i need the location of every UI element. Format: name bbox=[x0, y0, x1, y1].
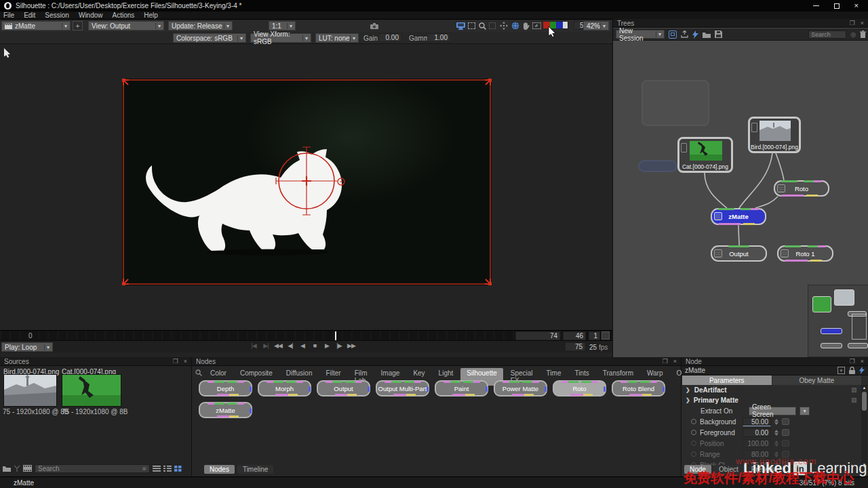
session-dropdown[interactable]: New Session ▾ bbox=[616, 30, 665, 39]
tree-node-roto1[interactable]: Roto 1 bbox=[777, 245, 833, 262]
maximize-button[interactable] bbox=[834, 3, 840, 9]
zoom-magnifier-icon[interactable] bbox=[477, 21, 488, 30]
rotate-sphere-icon[interactable] bbox=[510, 21, 520, 30]
thumbnail-view-icon[interactable] bbox=[174, 466, 182, 472]
open-folder-icon[interactable] bbox=[703, 31, 711, 38]
tree-node-cat[interactable]: Cat.[000-074].png bbox=[677, 137, 733, 173]
filmstrip-icon[interactable] bbox=[23, 465, 32, 472]
reset-icon[interactable] bbox=[691, 419, 696, 424]
hand-tool-icon[interactable] bbox=[521, 21, 531, 30]
minimize-button[interactable] bbox=[813, 5, 819, 6]
keyframe-button[interactable] bbox=[782, 440, 789, 447]
current-frame-field[interactable]: 75 bbox=[565, 342, 585, 351]
reset-icon[interactable] bbox=[691, 441, 696, 446]
reset-icon[interactable] bbox=[691, 451, 696, 457]
menu-window[interactable]: Window bbox=[79, 12, 103, 19]
float-panel-icon[interactable]: ❐ bbox=[663, 358, 668, 365]
spinner-up-icon[interactable] bbox=[774, 430, 778, 432]
list-view-icon[interactable] bbox=[153, 466, 161, 472]
workspace-tab-timeline[interactable]: Timeline bbox=[237, 465, 273, 474]
spinner-up-icon[interactable] bbox=[774, 451, 778, 454]
group-deartifact[interactable]: ❯ DeArtifact bbox=[682, 385, 861, 395]
value-spinner[interactable] bbox=[774, 441, 778, 447]
parameters-scrollbar[interactable]: ▲ ▼ bbox=[861, 385, 867, 468]
spinner-down-icon[interactable] bbox=[774, 433, 778, 436]
tab-obey-matte[interactable]: Obey Matte bbox=[772, 375, 862, 385]
graph-minimap[interactable] bbox=[808, 285, 868, 357]
spinner-up-icon[interactable] bbox=[774, 441, 778, 443]
node-button-power-matte[interactable]: Power Matte bbox=[494, 380, 547, 396]
tree-node-output[interactable]: Output bbox=[711, 245, 767, 262]
source-thumbnail-cat[interactable] bbox=[62, 374, 121, 407]
range-field-c[interactable]: 1 bbox=[589, 331, 600, 340]
trees-search-input[interactable]: Search bbox=[808, 30, 846, 39]
extract-on-dropdown[interactable]: Green Screen bbox=[749, 407, 796, 415]
param-value-field[interactable]: 100.00 bbox=[743, 439, 771, 448]
close-button[interactable]: × bbox=[854, 2, 859, 9]
end-frame-field[interactable]: 74 bbox=[515, 331, 560, 340]
node-button-morph[interactable]: Morph bbox=[258, 380, 311, 396]
add-node-button[interactable]: + bbox=[73, 21, 83, 30]
source-thumbnail-bird[interactable] bbox=[3, 374, 57, 407]
spinner-up-icon[interactable] bbox=[774, 419, 778, 422]
playhead[interactable] bbox=[335, 331, 336, 340]
scroll-up-icon[interactable]: ▲ bbox=[862, 386, 867, 390]
stop-button[interactable]: ■ bbox=[311, 342, 319, 349]
filter-icon[interactable]: ◎ bbox=[850, 31, 856, 38]
chevron-down-icon[interactable]: ▾ bbox=[800, 407, 810, 415]
minimap-view-rect[interactable] bbox=[852, 314, 867, 340]
fast-forward-button[interactable]: ▶▶ bbox=[347, 342, 355, 349]
tree-node-bird[interactable]: Bird.[000-074].png bbox=[748, 117, 801, 153]
search-icon[interactable] bbox=[195, 369, 202, 376]
node-button-depth[interactable]: Depth bbox=[199, 380, 252, 396]
alpha-channel-swatch[interactable] bbox=[563, 22, 568, 28]
node-button-zmatte[interactable]: zMatte bbox=[199, 402, 252, 418]
tab-parameters[interactable]: Parameters bbox=[682, 375, 772, 385]
active-node-dropdown[interactable]: zMatte ▾ bbox=[1, 21, 71, 30]
float-panel-icon[interactable]: ❐ bbox=[850, 358, 855, 365]
node-button-roto-blend[interactable]: Roto Blend bbox=[612, 380, 665, 396]
gain-field[interactable]: 0.00 bbox=[378, 33, 401, 42]
new-tree-icon[interactable] bbox=[669, 30, 677, 39]
viewer[interactable] bbox=[0, 44, 612, 330]
node-name-field[interactable]: zMatte bbox=[685, 367, 705, 374]
trash-icon[interactable] bbox=[860, 30, 866, 38]
colorspace-dropdown[interactable]: Colorspace: sRGB ▾ bbox=[173, 33, 246, 43]
reset-icon[interactable] bbox=[691, 430, 696, 435]
marquee-select-icon[interactable] bbox=[468, 22, 475, 29]
view-dropdown[interactable]: View: Output ▾ bbox=[88, 21, 164, 30]
pointer-tool-icon[interactable] bbox=[3, 48, 11, 58]
clear-search-icon[interactable]: ⊗ bbox=[142, 466, 146, 472]
param-value-field[interactable]: 50.00 bbox=[743, 418, 771, 426]
sources-search-input[interactable]: Search ⊗ bbox=[35, 464, 150, 473]
fit-view-icon[interactable] bbox=[532, 21, 542, 30]
pixel-ratio-dropdown[interactable]: 1:1 ▾ bbox=[269, 21, 296, 30]
view-monitor-icon[interactable] bbox=[456, 21, 466, 30]
scrollbar-thumb[interactable] bbox=[862, 392, 867, 411]
value-spinner[interactable] bbox=[774, 419, 778, 425]
goto-end-button[interactable]: ▶| bbox=[262, 342, 270, 349]
import-folder-icon[interactable] bbox=[3, 465, 11, 472]
view-xform-dropdown[interactable]: View Xform: sRGB ▾ bbox=[250, 33, 311, 43]
timeline-ruler[interactable]: 0 74 46 1 bbox=[0, 330, 612, 340]
spinner-down-icon[interactable] bbox=[774, 422, 778, 425]
pan-move-icon[interactable] bbox=[498, 21, 509, 30]
range-field-b[interactable]: 46 bbox=[563, 331, 586, 340]
rewind-button[interactable]: ◀◀ bbox=[274, 342, 282, 349]
close-panel-icon[interactable]: × bbox=[861, 358, 864, 365]
timeline-option-button[interactable] bbox=[601, 331, 610, 340]
node-button-paint[interactable]: Paint bbox=[435, 380, 488, 396]
lightning-icon[interactable] bbox=[859, 367, 865, 374]
keyframe-button[interactable] bbox=[782, 429, 789, 436]
snapshot-camera-icon[interactable] bbox=[369, 21, 379, 30]
group-option-box[interactable] bbox=[852, 388, 856, 392]
menu-session[interactable]: Session bbox=[45, 12, 69, 19]
close-panel-icon[interactable]: × bbox=[673, 358, 677, 365]
spinner-down-icon[interactable] bbox=[774, 444, 778, 447]
node-button-output-multi-part[interactable]: Output Multi-Part bbox=[376, 380, 429, 396]
node-graph[interactable]: Bird.[000-074].png Cat.[000-074].png Rot… bbox=[613, 41, 868, 357]
export-icon[interactable] bbox=[681, 30, 688, 38]
close-panel-icon[interactable]: × bbox=[184, 358, 187, 365]
tree-node-zmatte[interactable]: zMatte bbox=[711, 208, 766, 225]
lock-icon[interactable] bbox=[849, 367, 855, 374]
